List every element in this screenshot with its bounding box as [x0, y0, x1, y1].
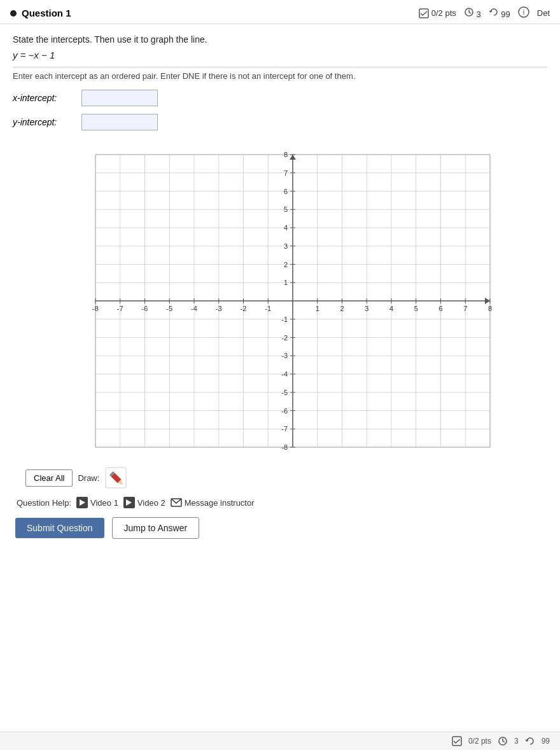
- svg-text:-8: -8: [92, 305, 99, 312]
- footer-refresh-icon: [525, 736, 535, 746]
- svg-text:8: 8: [284, 151, 288, 158]
- svg-text:2: 2: [284, 261, 288, 268]
- svg-text:-1: -1: [265, 305, 271, 312]
- svg-text:-3: -3: [216, 305, 222, 312]
- svg-text:-6: -6: [142, 305, 148, 312]
- svg-text:-4: -4: [191, 305, 197, 312]
- y-intercept-row: y-intercept:: [13, 114, 547, 130]
- instruction-text: Enter each intercept as an ordered pair.…: [13, 67, 547, 81]
- svg-text:-5: -5: [166, 305, 172, 312]
- video1-link[interactable]: Video 1: [76, 497, 118, 508]
- controls-row: Clear All Draw:: [13, 466, 547, 489]
- history-icon: [464, 7, 474, 17]
- info-icon[interactable]: i: [518, 6, 529, 20]
- svg-text:-6: -6: [281, 407, 288, 415]
- svg-text:4: 4: [284, 224, 288, 232]
- y-intercept-label: y-intercept:: [13, 117, 76, 127]
- problem-statement: State the intercepts. Then use it to gra…: [13, 34, 547, 45]
- footer-pts: 0/2 pts: [468, 737, 491, 746]
- svg-text:5: 5: [414, 305, 418, 312]
- video1-play-icon: [76, 497, 88, 508]
- graph-area[interactable]: -8-7-6-5-4-3-2-112345678-8-7-6-5-4-3-2-1…: [57, 142, 503, 460]
- header-right: 0/2 pts 3 99 i: [419, 6, 550, 20]
- message-label: Message instructor: [185, 498, 255, 508]
- x-intercept-label: x-intercept:: [13, 93, 76, 103]
- refresh-icon: [489, 7, 499, 17]
- svg-text:2: 2: [340, 305, 344, 312]
- svg-text:-5: -5: [281, 389, 288, 396]
- svg-text:3: 3: [284, 242, 288, 250]
- svg-text:8: 8: [488, 305, 492, 312]
- svg-text:-8: -8: [281, 443, 288, 451]
- svg-text:-2: -2: [241, 305, 247, 312]
- svg-text:3: 3: [365, 305, 368, 312]
- main-container: Question 1 0/2 pts 3: [0, 0, 560, 750]
- svg-text:5: 5: [284, 205, 288, 213]
- attempts-count: 3: [476, 10, 480, 19]
- envelope-icon: [171, 498, 182, 507]
- svg-text:i: i: [523, 8, 524, 16]
- help-label: Question Help:: [17, 498, 71, 508]
- svg-text:7: 7: [463, 305, 467, 312]
- content-area: State the intercepts. Then use it to gra…: [0, 24, 560, 732]
- x-intercept-input[interactable]: [81, 90, 158, 106]
- svg-text:1: 1: [284, 279, 288, 286]
- svg-text:4: 4: [389, 305, 393, 312]
- svg-text:6: 6: [438, 305, 442, 312]
- question-help-row: Question Help: Video 1 Video 2 Message i…: [13, 497, 547, 508]
- graph-wrapper: -8-7-6-5-4-3-2-112345678-8-7-6-5-4-3-2-1…: [13, 142, 547, 460]
- svg-text:7: 7: [284, 169, 288, 177]
- svg-text:-3: -3: [281, 352, 288, 359]
- coordinate-graph[interactable]: -8-7-6-5-4-3-2-112345678-8-7-6-5-4-3-2-1…: [57, 142, 503, 460]
- submit-question-button[interactable]: Submit Question: [15, 518, 104, 538]
- video2-label: Video 2: [137, 498, 165, 508]
- footer-submissions: 99: [542, 737, 550, 746]
- question-dot: [10, 10, 17, 17]
- submissions-count: 99: [501, 10, 510, 19]
- footer-attempts: 3: [514, 737, 519, 746]
- question-title: Question 1: [22, 8, 71, 18]
- video2-play-icon: [123, 497, 135, 508]
- message-instructor-link[interactable]: Message instructor: [171, 498, 255, 508]
- submissions-icon-group: 99: [489, 7, 510, 19]
- attempts-icon-group: 3: [464, 7, 481, 19]
- equation-display: y = −x − 1: [13, 50, 547, 60]
- svg-text:-1: -1: [281, 316, 288, 323]
- check-icon: [419, 8, 429, 18]
- x-intercept-row: x-intercept:: [13, 90, 547, 106]
- pts-badge: 0/2 pts: [419, 8, 456, 18]
- footer-check-icon: [452, 736, 462, 746]
- svg-text:-7: -7: [281, 425, 288, 433]
- video2-link[interactable]: Video 2: [123, 497, 165, 508]
- y-intercept-input[interactable]: [81, 114, 158, 130]
- clear-all-button[interactable]: Clear All: [25, 469, 73, 487]
- video1-label: Video 1: [90, 498, 118, 508]
- draw-label: Draw:: [78, 473, 99, 483]
- jump-to-answer-button[interactable]: Jump to Answer: [112, 517, 200, 539]
- footer-bar: 0/2 pts 3 99: [0, 732, 560, 750]
- draw-pencil-icon[interactable]: [104, 466, 127, 489]
- svg-text:-2: -2: [281, 334, 288, 342]
- svg-text:1: 1: [316, 305, 319, 312]
- equation-text: y = −x − 1: [13, 50, 55, 60]
- header-bar: Question 1 0/2 pts 3: [0, 0, 560, 24]
- question-label: Question 1: [10, 8, 71, 18]
- svg-text:-4: -4: [281, 370, 288, 378]
- details-label: Det: [537, 8, 550, 18]
- action-row: Submit Question Jump to Answer: [13, 517, 547, 539]
- footer-history-icon: [498, 736, 508, 746]
- svg-text:-7: -7: [117, 305, 123, 312]
- pts-text: 0/2 pts: [431, 8, 456, 18]
- svg-text:6: 6: [284, 188, 288, 195]
